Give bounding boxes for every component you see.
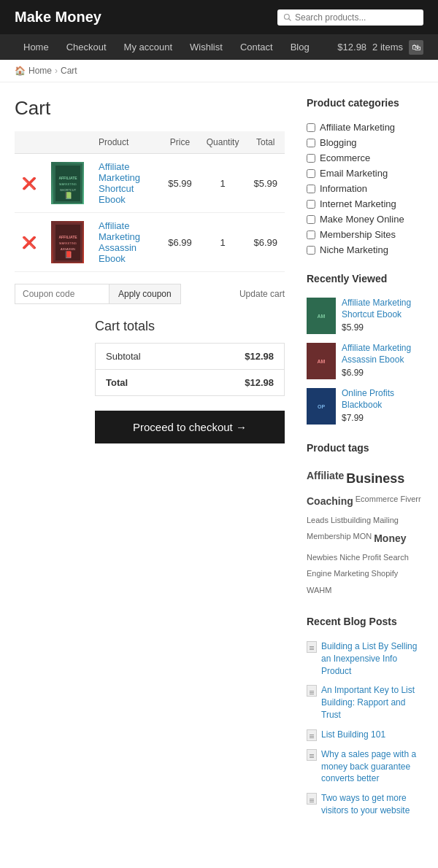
blog-post-link-3[interactable]: List Building 101 (321, 729, 385, 741)
tag-membership[interactable]: Membership (307, 530, 351, 548)
cat-checkbox-6[interactable] (307, 200, 315, 209)
cat-checkbox-1[interactable] (307, 123, 315, 132)
nav-link-blog[interactable]: Blog (282, 34, 318, 60)
cat-link-1[interactable]: Affiliate Marketing (320, 122, 395, 133)
tag-business[interactable]: Business (346, 467, 404, 490)
svg-text:MARKETING: MARKETING (59, 241, 77, 245)
coupon-row: Apply coupon Update cart (15, 284, 285, 304)
nav-item-checkout[interactable]: Checkout (58, 34, 115, 60)
tags-title: Product tags (307, 442, 423, 458)
sidebar-item-email-marketing[interactable]: Email Marketing (307, 168, 423, 179)
cat-link-4[interactable]: Email Marketing (320, 168, 388, 179)
tag-shopify[interactable]: Shopify (372, 567, 399, 581)
cat-checkbox-7[interactable] (307, 215, 315, 224)
tag-leads[interactable]: Leads (307, 514, 328, 528)
recent-thumb-1: AM (307, 298, 336, 334)
sidebar-item-information[interactable]: Information (307, 183, 423, 194)
cat-checkbox-3[interactable] (307, 154, 315, 163)
nav-item-home[interactable]: Home (15, 34, 58, 60)
tag-listbuilding[interactable]: Listbuilding (331, 514, 371, 528)
sidebar-item-ecommerce[interactable]: Ecommerce (307, 152, 423, 163)
nav-item-blog[interactable]: Blog (282, 34, 318, 60)
nav-item-contact[interactable]: Contact (231, 34, 282, 60)
recent-link-1[interactable]: Affiliate Marketing Shortcut Ebook (342, 298, 423, 320)
tag-engine[interactable]: Engine (307, 567, 331, 581)
product-name-cell-2[interactable]: Affiliate Marketing Assassin Ebook (91, 213, 161, 272)
product-name-cell-1[interactable]: Affiliate Marketing Shortcut Ebook (91, 154, 161, 213)
cat-link-2[interactable]: Blogging (320, 137, 357, 148)
recent-thumb-2: AM (307, 343, 336, 379)
sidebar-item-affiliate-marketing[interactable]: Affiliate Marketing (307, 122, 423, 133)
tag-fiverr[interactable]: Fiverr (400, 492, 420, 511)
nav-link-contact[interactable]: Contact (231, 34, 282, 60)
update-cart-button[interactable]: Update cart (239, 289, 285, 299)
nav-item-wishlist[interactable]: Wishlist (181, 34, 231, 60)
cat-checkbox-9[interactable] (307, 246, 315, 255)
blog-post-link-1[interactable]: Building a List By Selling an Inexpensiv… (321, 640, 423, 677)
sidebar-item-membership-sites[interactable]: Membership Sites (307, 229, 423, 240)
nav-link-wishlist[interactable]: Wishlist (181, 34, 231, 60)
nav-item-myaccount[interactable]: My account (115, 34, 181, 60)
nav-link-home[interactable]: Home (15, 34, 58, 60)
tag-wahm[interactable]: WAHM (307, 584, 331, 598)
tag-affiliate[interactable]: Affiliate (307, 467, 344, 490)
recent-link-3[interactable]: Online Profits Blackbook (342, 388, 423, 411)
tag-marketing[interactable]: Marketing (334, 567, 369, 581)
product-link-1[interactable]: Affiliate Marketing Shortcut Ebook (99, 161, 140, 205)
cat-link-6[interactable]: Internet Marketing (320, 198, 396, 209)
cat-link-3[interactable]: Ecommerce (320, 152, 370, 163)
tag-money[interactable]: Money (374, 530, 406, 548)
coupon-input[interactable] (15, 284, 110, 304)
cat-link-7[interactable]: Make Money Online (320, 214, 404, 225)
sidebar-item-make-money-online[interactable]: Make Money Online (307, 214, 423, 225)
svg-text:OP: OP (318, 404, 325, 409)
sidebar-item-internet-marketing[interactable]: Internet Marketing (307, 198, 423, 209)
tag-ecommerce[interactable]: Ecommerce (356, 492, 399, 511)
svg-text:AFFILIATE: AFFILIATE (58, 235, 77, 239)
cat-checkbox-8[interactable] (307, 230, 315, 239)
cart-bag-icon[interactable]: 🛍 (409, 40, 423, 55)
product-link-2[interactable]: Affiliate Marketing Assassin Ebook (99, 220, 140, 264)
sidebar-item-niche-marketing[interactable]: Niche Marketing (307, 244, 423, 255)
tag-search[interactable]: Search (383, 551, 409, 565)
page-title: Cart (15, 97, 285, 120)
tag-profit[interactable]: Profit (362, 551, 381, 565)
cart-totals-section: Cart totals Subtotal $12.98 Total $12.98 (95, 319, 285, 396)
blog-post-link-5[interactable]: Two ways to get more visitors to your we… (321, 792, 423, 817)
svg-text:AM: AM (318, 314, 326, 319)
nav-link-checkout[interactable]: Checkout (58, 34, 115, 60)
recent-info-2: Affiliate Marketing Assassin Ebook $6.99 (342, 343, 423, 378)
breadcrumb-home-link[interactable]: Home (28, 66, 52, 76)
sidebar-item-blogging[interactable]: Blogging (307, 137, 423, 148)
cat-link-5[interactable]: Information (320, 183, 367, 194)
cat-link-8[interactable]: Membership Sites (320, 229, 396, 240)
search-icon (283, 13, 292, 22)
checkout-button[interactable]: Proceed to checkout → (95, 411, 285, 443)
cat-link-9[interactable]: Niche Marketing (320, 244, 388, 255)
tag-niche[interactable]: Niche (339, 551, 360, 565)
search-box[interactable] (277, 9, 423, 26)
tag-coaching[interactable]: Coaching (307, 492, 353, 511)
blog-post-link-2[interactable]: An Important Key to List Building: Rappo… (321, 684, 423, 721)
tag-mon[interactable]: MON (353, 530, 372, 548)
total-label: Total (96, 370, 196, 396)
remove-button-2[interactable]: ❌ (22, 236, 36, 249)
tag-newbies[interactable]: Newbies (307, 551, 337, 565)
remove-cell-1[interactable]: ❌ (15, 154, 44, 213)
total-col-header: Total (246, 131, 285, 154)
tag-mailing[interactable]: Mailing (373, 514, 399, 528)
image-cell-1: AFFILIATE MARKETING SHORTCUT 📗 (44, 154, 91, 213)
search-input[interactable] (295, 12, 418, 23)
nav-link-myaccount[interactable]: My account (115, 34, 181, 60)
remove-button-1[interactable]: ❌ (22, 177, 36, 190)
nav-cart-items: 2 items (372, 42, 403, 53)
cat-checkbox-2[interactable] (307, 139, 315, 147)
apply-coupon-button[interactable]: Apply coupon (110, 284, 181, 304)
cat-checkbox-5[interactable] (307, 185, 315, 193)
blog-post-link-4[interactable]: Why a sales page with a money back guara… (321, 748, 423, 785)
blog-post-icon-5 (307, 793, 317, 805)
recent-link-2[interactable]: Affiliate Marketing Assassin Ebook (342, 343, 423, 365)
cat-checkbox-4[interactable] (307, 169, 315, 178)
nav-links: Home Checkout My account Wishlist Contac… (15, 34, 318, 60)
remove-cell-2[interactable]: ❌ (15, 213, 44, 272)
